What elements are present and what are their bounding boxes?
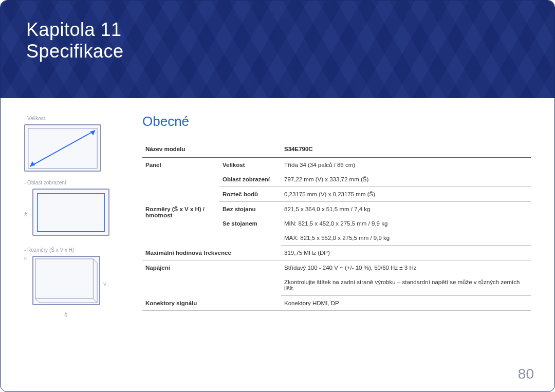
dim-label-s-left: Š [24,212,27,217]
power-value-1: Střídavý 100 - 240 V ~ (+/- 10 %), 50/60… [281,260,531,275]
side-label-dimensions: Rozměry (Š x V x H) [24,247,122,253]
svg-line-9 [35,298,40,303]
power-value-2: Zkontrolujte štítek na zadní straně výro… [281,275,531,296]
pixel-pitch-label: Rozteč bodů [219,187,281,202]
power-label: Napájení [142,260,281,296]
model-name-value: S34E790C [281,141,531,158]
diagram-display-area-wrap: V Š [24,189,112,245]
signal-value: Konektory HDMI, DP [281,296,531,311]
dim-label-s-bottom: Š [64,312,67,318]
panel-size-value: Třída 34 (34 palců / 86 cm) [281,158,531,173]
side-label-size: Velikost [24,116,122,121]
dimensions-icon [33,257,99,305]
display-area-icon [33,190,108,236]
chapter-hero: Kapitola 11 Specifikace [1,1,554,98]
table-row: Napájení Střídavý 100 - 240 V ~ (+/- 10 … [142,260,531,275]
page-body: Velikost Oblast zobrazení V Š [1,98,554,318]
svg-rect-4 [38,194,104,232]
diagonal-arrow-icon [25,125,100,172]
table-row: Konektory signálu Konektory HDMI, DP [142,296,531,311]
svg-line-7 [93,298,97,303]
panel-label: Panel [142,158,219,202]
model-name-label: Název modelu [142,141,281,158]
dimensions-label: Rozměry (Š x V x H) / hmotnost [142,202,219,246]
display-area-value: 797,22 mm (V) x 333,72 mm (Š) [281,172,531,187]
svg-line-1 [30,130,96,166]
page: Kapitola 11 Specifikace Velikost Oblast … [0,0,555,392]
diagram-dimensions [32,256,100,305]
dim-label-h: H [24,256,28,261]
table-row: Panel Velikost Třída 34 (34 palců / 86 c… [142,158,531,173]
display-area-label: Oblast zobrazení [219,172,281,187]
without-stand-value: 821,5 x 364,0 x 51,5 mm / 7,4 kg [281,202,531,217]
table-row: Rozměry (Š x V x H) / hmotnost Bez stoja… [142,202,531,217]
max-clock-value: 319,75 MHz (DP) [281,246,531,260]
side-label-display-area: Oblast zobrazení [24,180,122,185]
page-number: 80 [518,366,534,382]
with-stand-label: Se stojanem [219,216,281,246]
section-title: Obecné [142,114,531,129]
with-stand-value-max: MAX: 821,5 x 552,0 x 275,5 mm / 9,9 kg [281,231,531,246]
max-clock-label: Maximální hodinová frekvence [142,246,281,260]
chapter-label: Kapitola 11 [26,19,529,41]
panel-size-label: Velikost [219,158,281,173]
table-header-row: Název modelu S34E790C [142,141,531,158]
table-row: Maximální hodinová frekvence 319,75 MHz … [142,246,531,260]
svg-line-6 [93,259,97,263]
diagram-size [24,124,101,172]
spec-table: Název modelu S34E790C Panel Velikost Tří… [142,141,531,311]
signal-label: Konektory signálu [142,296,281,311]
pixel-pitch-value: 0,23175 mm (V) x 0,23175 mm (Š) [281,187,531,202]
diagram-display-area [32,189,109,236]
dim-label-v-side: V [103,282,106,287]
side-diagrams: Velikost Oblast zobrazení V Š [24,114,122,318]
with-stand-value-min: MIN: 821,5 x 452,0 x 275,5 mm / 9,9 kg [281,216,531,231]
without-stand-label: Bez stojanu [219,202,281,217]
svg-rect-5 [35,259,93,299]
diagram-dimensions-wrap: H V Š [24,256,112,318]
main-content: Obecné Název modelu S34E790C Panel Velik… [122,114,531,318]
chapter-title: Specifikace [26,41,529,62]
